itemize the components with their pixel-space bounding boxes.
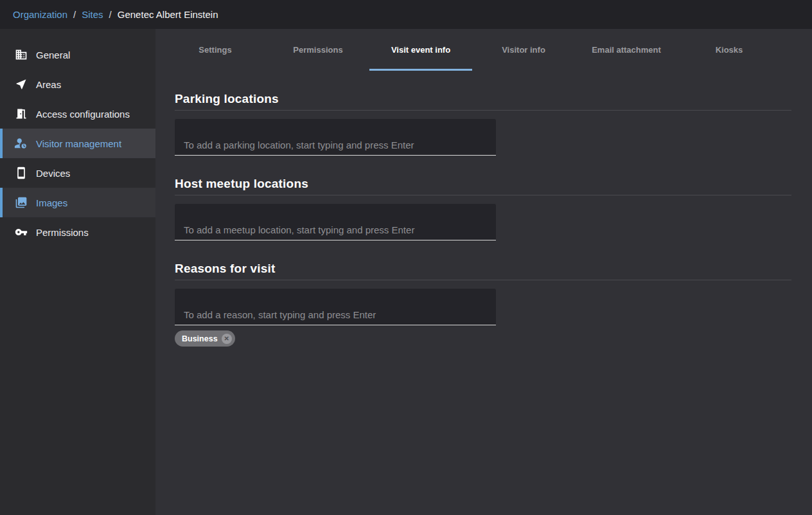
tab-settings[interactable]: Settings: [164, 29, 267, 71]
remove-tag-icon[interactable]: ✕: [222, 334, 232, 344]
tab-visitor-info[interactable]: Visitor info: [472, 29, 575, 71]
breadcrumb-current-site: Genetec Albert Einstein: [118, 9, 218, 20]
sidebar-item-images[interactable]: Images: [0, 188, 155, 217]
parking-location-input[interactable]: [175, 119, 496, 156]
tab-email-attachment[interactable]: Email attachment: [575, 29, 678, 71]
tab-kiosks[interactable]: Kiosks: [678, 29, 781, 71]
sidebar-item-label: Areas: [36, 79, 61, 90]
visitor-clock-icon: [14, 136, 28, 150]
tab-panel-visit-event-info: Parking locations Host meetup locations …: [155, 71, 812, 347]
meetup-location-input[interactable]: [175, 204, 496, 240]
tag-chip-business: Business ✕: [175, 330, 235, 347]
section-title: Parking locations: [175, 71, 791, 106]
page-layout: General Areas Access configurations Visi…: [0, 29, 812, 515]
sidebar: General Areas Access configurations Visi…: [0, 29, 155, 515]
sidebar-item-label: Visitor management: [36, 138, 121, 149]
section-title: Host meetup locations: [175, 156, 791, 191]
breadcrumb-separator: /: [73, 9, 76, 20]
section-host-meetup-locations: Host meetup locations: [175, 156, 791, 240]
section-divider: [175, 110, 791, 111]
key-icon: [14, 225, 28, 239]
tab-bar: Settings Permissions Visit event info Vi…: [155, 29, 812, 71]
sidebar-item-permissions[interactable]: Permissions: [0, 217, 155, 247]
tab-visit-event-info[interactable]: Visit event info: [369, 29, 472, 71]
sidebar-item-label: Devices: [36, 168, 70, 179]
section-reasons-for-visit: Reasons for visit Business ✕: [175, 240, 791, 347]
building-icon: [14, 48, 28, 62]
breadcrumb-link-organization[interactable]: Organization: [13, 9, 67, 20]
tag-chip-label: Business: [182, 334, 218, 343]
main-content: Settings Permissions Visit event info Vi…: [155, 29, 812, 515]
reason-input[interactable]: [175, 289, 496, 325]
sidebar-item-areas[interactable]: Areas: [0, 69, 155, 99]
mobile-device-icon: [14, 166, 28, 180]
sidebar-item-general[interactable]: General: [0, 40, 155, 69]
section-parking-locations: Parking locations: [175, 71, 791, 156]
section-title: Reasons for visit: [175, 240, 791, 276]
reason-tag-list: Business ✕: [175, 330, 791, 347]
sidebar-item-label: Permissions: [36, 227, 89, 238]
breadcrumb-link-sites[interactable]: Sites: [82, 9, 103, 20]
photo-stack-icon: [14, 195, 28, 210]
sidebar-item-devices[interactable]: Devices: [0, 158, 155, 188]
top-bar: Organization / Sites / Genetec Albert Ei…: [0, 0, 812, 29]
sidebar-item-label: Images: [36, 197, 67, 208]
navigation-arrow-icon: [14, 77, 28, 91]
section-divider: [175, 195, 791, 195]
sidebar-item-visitor-management[interactable]: Visitor management: [0, 129, 155, 158]
section-divider: [175, 280, 791, 280]
sidebar-item-access-configurations[interactable]: Access configurations: [0, 99, 155, 129]
sidebar-item-label: General: [36, 50, 70, 60]
door-icon: [14, 107, 28, 121]
tab-permissions[interactable]: Permissions: [267, 29, 369, 71]
breadcrumb-separator: /: [109, 9, 112, 20]
breadcrumb: Organization / Sites / Genetec Albert Ei…: [13, 9, 218, 20]
sidebar-item-label: Access configurations: [36, 109, 130, 120]
